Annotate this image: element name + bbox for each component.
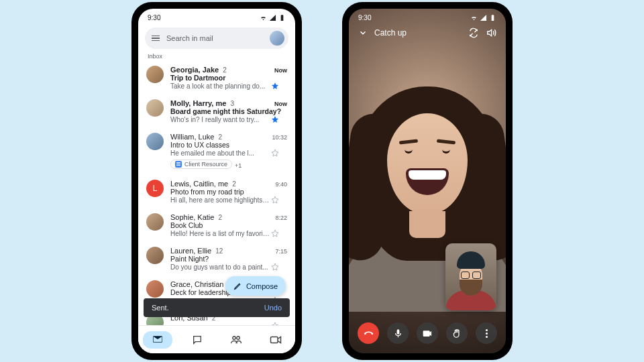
status-time: 9:30 [148,14,260,21]
email-row[interactable]: LLewis, Caitlin, me 29:40Photo from my r… [138,175,295,208]
speaker-icon[interactable] [486,27,496,38]
email-row[interactable]: Molly, Harry, me 3NowBoard game night th… [138,95,295,128]
hand-icon [452,328,462,339]
sender-avatar [146,280,164,298]
email-row[interactable]: Lauren, Ellie 127:15Paint Night?Do you g… [138,242,295,276]
raise-hand-button[interactable] [446,322,468,344]
chevron-down-icon[interactable] [358,28,368,38]
snackbar-undo[interactable]: Undo [264,304,282,312]
email-preview: Hello! Here is a list of my favorite... [170,230,271,237]
hangup-icon [364,328,374,339]
sender-avatar [146,247,164,264]
email-subject: Trip to Dartmoor [170,74,287,82]
thread-count: 2 [219,214,223,221]
search-placeholder: Search in mail [166,34,263,42]
thread-count: 2 [218,133,222,141]
svg-point-0 [233,336,236,339]
nav-meet[interactable] [256,336,296,344]
signal-icon [480,14,487,21]
star-filled-icon[interactable] [271,82,279,90]
chip-label: Client Resource [184,161,227,168]
email-from: Lauren, Ellie 12 [170,247,275,255]
more-icon [486,329,488,338]
call-screen: 9:30 Catch up [349,9,506,353]
snackbar-message: Sent. [152,304,264,312]
snackbar: Sent. Undo [144,298,290,317]
star-outline-icon[interactable] [271,263,279,271]
chat-icon [192,335,203,345]
self-view[interactable] [445,243,496,310]
email-subject: Photo from my road trip [170,188,287,196]
email-time: 9:40 [275,181,287,188]
status-bar-call: 9:30 [349,9,506,23]
attachment-chip[interactable]: Client Resource [170,160,232,169]
sender-avatar [146,133,164,150]
thread-count: 2 [223,66,227,74]
email-from: Molly, Harry, me 3 [170,99,274,107]
status-icons-call [470,14,496,21]
email-row[interactable]: William, Luke 210:32Intro to UX classesH… [138,128,295,175]
email-from: William, Luke 2 [170,133,272,141]
compose-button[interactable]: Compose [225,276,286,296]
mute-button[interactable] [387,322,409,344]
star-outline-icon[interactable] [271,149,279,157]
email-time: Now [274,67,287,74]
mail-icon [152,335,163,343]
mail-screen: 9:30 Search in mail Inbox Georgia, Jake … [138,9,295,353]
svg-point-1 [237,336,240,339]
status-icons [260,14,286,21]
chip-extra-count: +1 [235,162,241,169]
email-subject: Board game night this Saturday? [170,107,287,115]
search-bar[interactable]: Search in mail [145,27,288,49]
camera-button[interactable] [417,322,438,344]
email-subject: Book Club [170,221,287,229]
account-avatar[interactable] [270,31,284,46]
switch-camera-icon[interactable] [468,27,479,38]
call-title: Catch up [374,28,462,38]
email-preview: Hi all, here are some highlights fr... [170,196,271,204]
video-icon [270,336,282,344]
call-header: Catch up [349,27,506,38]
nav-chat[interactable] [178,335,217,345]
email-from: Lewis, Caitlin, me 2 [170,180,275,188]
menu-icon[interactable] [152,36,160,42]
status-bar: 9:30 [138,9,295,23]
email-subject: Intro to UX classes [170,141,287,149]
nav-mail[interactable] [138,331,178,349]
email-row[interactable]: Sophie, Katie 28:22Book ClubHello! Here … [138,208,295,242]
pencil-icon [233,282,242,290]
battery-icon [278,14,286,21]
email-row[interactable]: Georgia, Jake 2NowTrip to DartmoorTake a… [138,61,295,95]
email-preview: Who's in? I really want to try... [170,116,271,123]
sender-avatar [146,99,164,117]
email-time: 7:15 [275,248,287,255]
star-outline-icon[interactable] [271,229,279,237]
people-icon [230,335,242,345]
nav-spaces[interactable] [217,335,256,345]
email-time: 10:32 [272,134,287,141]
thread-count: 2 [232,180,236,188]
call-controls [349,322,506,344]
mic-icon [393,328,403,339]
end-call-button[interactable] [358,322,379,344]
thread-count: 3 [230,100,234,107]
star-outline-icon[interactable] [271,196,279,204]
wifi-icon [470,14,478,21]
email-from: Georgia, Jake 2 [170,66,274,74]
phone-call: 9:30 Catch up [342,2,513,360]
status-time-call: 9:30 [358,14,470,21]
email-preview: He emailed me about the l... [170,149,271,157]
camera-icon [423,328,433,339]
email-from: Sophie, Katie 2 [170,213,275,221]
email-preview: Take a look at the planning do... [170,82,271,90]
star-filled-icon[interactable] [271,115,279,123]
sender-avatar [146,213,164,231]
compose-label: Compose [246,282,278,290]
more-button[interactable] [476,322,497,344]
battery-icon [489,14,496,21]
sender-avatar [146,66,164,83]
sender-avatar: L [146,180,164,197]
doc-icon [175,161,182,168]
email-time: Now [274,101,287,107]
signal-icon [269,14,276,21]
